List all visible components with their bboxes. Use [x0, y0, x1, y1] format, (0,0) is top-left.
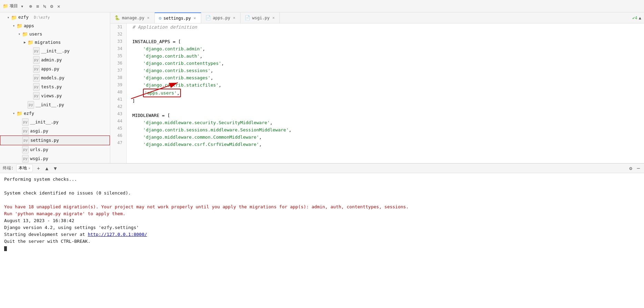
chevron-down-icon: ▾ [11, 110, 17, 117]
code-line-31: # Application definition [132, 23, 644, 31]
toolbar-sort-icon[interactable]: ≒ [42, 3, 47, 10]
sidebar-item-settings-py[interactable]: py settings.py [0, 136, 110, 145]
sidebar-item-wsgi-py[interactable]: py wsgi.py [0, 154, 110, 163]
tab-apps-label: apps.py [213, 16, 231, 20]
sidebar-item-admin-py[interactable]: py admin.py [0, 56, 110, 64]
py-file-icon: py [33, 74, 40, 82]
sidebar-item-ezfy-folder[interactable]: ▾ 📁 ezfy [0, 109, 110, 118]
terminal-minimize-icon[interactable]: ─ [636, 165, 641, 172]
chevron-down-icon: ▾ [11, 22, 17, 29]
sidebar-item-models-py[interactable]: py models.py [0, 73, 110, 82]
tab-apps-close[interactable]: ✕ [232, 16, 236, 20]
settings-file-icon: ⚙ [159, 16, 162, 21]
terminal-line-4 [4, 197, 640, 203]
code-line-42 [132, 105, 644, 112]
code-content[interactable]: 31 32 33 34 35 36 37 38 39 40 41 42 43 4… [110, 23, 644, 163]
sidebar-item-asgi-py[interactable]: py asgi.py [0, 127, 110, 136]
sidebar-views-label: views.py [41, 92, 110, 99]
toolbar-actions: ⊕ ≡ ≒ ⚙ ✕ [28, 3, 61, 10]
toolbar-settings-icon[interactable]: ⚙ [49, 3, 54, 10]
tab-wsgi[interactable]: 📄 wsgi.py ✕ [241, 12, 280, 23]
sidebar-item-tests-py[interactable]: py tests.py [0, 82, 110, 91]
tab-manage[interactable]: 🐍 manage.py ✕ [110, 12, 155, 23]
terminal-label: 终端: [3, 165, 13, 171]
tab-apps[interactable]: 📄 apps.py ✕ [201, 12, 241, 23]
py-file-icon: py [33, 65, 40, 73]
sidebar-tests-label: tests.py [41, 83, 110, 90]
tab-settings-label: settings.py [163, 16, 191, 21]
sidebar-item-init-py-users[interactable]: py __init__.py [0, 47, 110, 56]
sidebar-settings-label: settings.py [30, 137, 110, 144]
collapse-icon[interactable]: ▲ [639, 16, 641, 20]
toolbar-add-icon[interactable]: ⊕ [28, 3, 33, 10]
terminal-down-icon[interactable]: ▼ [52, 165, 58, 172]
code-line-33: INSTALLED_APPS = [ [132, 38, 644, 45]
folder-icon: 📁 [11, 14, 17, 21]
terminal-tab-close-icon[interactable]: ✕ [28, 166, 30, 170]
sidebar-item-urls-py[interactable]: py urls.py [0, 145, 110, 154]
terminal-up-icon[interactable]: ▲ [44, 165, 50, 172]
terminal-add-icon[interactable]: + [35, 165, 41, 172]
tab-wsgi-close[interactable]: ✕ [272, 16, 275, 20]
code-line-45: 'django.contrib.sessions.middleware.Sess… [132, 126, 644, 133]
py-file-icon: py [33, 56, 40, 64]
py-file-icon: py [22, 118, 29, 126]
sidebar-item-apps-folder[interactable]: ▾ 📁 apps [0, 22, 110, 30]
editor-wrapper: 31 32 33 34 35 36 37 38 39 40 41 42 43 4… [110, 23, 644, 163]
sidebar-init-apps-label: __init__.py [35, 101, 110, 108]
toolbar-close-icon[interactable]: ✕ [56, 3, 61, 10]
sidebar-wsgi-label: wsgi.py [30, 155, 110, 162]
terminal-cursor [4, 246, 7, 251]
terminal-tabs: 终端: 本地 ✕ + ▲ ▼ ⚙ ─ [0, 163, 644, 173]
code-line-41: ] [132, 97, 644, 105]
sidebar-item-root-ezfy[interactable]: ▾ 📁 ezfy D:\ezfy [0, 13, 110, 22]
sidebar-item-users-folder[interactable]: ▾ 📁 users [0, 30, 110, 38]
tab-settings-close[interactable]: ✕ [193, 16, 197, 20]
terminal-line-5: August 13, 2023 - 16:38:42 [4, 217, 640, 224]
terminal-settings-icon[interactable]: ⚙ [628, 165, 633, 172]
code-line-34: 'django.contrib.admin', [132, 45, 644, 52]
apps-file-icon: 📄 [205, 15, 211, 20]
sidebar-ezfy-folder-label: ezfy [24, 110, 110, 117]
folder-icon: 📁 [17, 22, 22, 29]
toolbar-project-label: 项目 [10, 3, 18, 9]
code-lines: # Application definition INSTALLED_APPS … [127, 23, 644, 163]
code-line-37: 'django.contrib.sessions', [132, 67, 644, 74]
toolbar-list-icon[interactable]: ≡ [35, 3, 40, 10]
sidebar-migrations-label: migrations [35, 39, 110, 46]
code-line-38: 'django.contrib.messages', [132, 74, 644, 81]
py-file-icon: py [33, 83, 40, 91]
sidebar-users-label: users [29, 31, 110, 38]
toolbar-dropdown-icon[interactable]: ▾ [19, 3, 25, 10]
py-file-icon: py [33, 92, 40, 100]
code-line-35: 'django.contrib.auth', [132, 52, 644, 60]
terminal-controls: ⚙ ─ [628, 165, 641, 172]
sidebar-item-init-py-apps[interactable]: py __init__.py [0, 100, 110, 109]
code-line-47: 'django.middleware.csrf.CsrfViewMiddlewa… [132, 141, 644, 148]
tab-settings[interactable]: ⚙ settings.py ✕ [155, 12, 201, 23]
sidebar-item-migrations-folder[interactable]: ▶ 📁 migrations [0, 38, 110, 47]
py-file-icon: py [22, 146, 29, 153]
chevron-down-icon: ▾ [6, 14, 11, 21]
sidebar-item-apps-py[interactable]: py apps.py [0, 64, 110, 73]
terminal-content[interactable]: Performing system checks... System check… [0, 173, 644, 308]
sidebar-apps-label: apps [24, 22, 110, 29]
code-line-32 [132, 31, 644, 38]
sidebar-item-init-py-ezfy[interactable]: py __init__.py [0, 118, 110, 127]
tab-wsgi-label: wsgi.py [252, 16, 270, 20]
terminal-tab-local[interactable]: 本地 ✕ [16, 164, 33, 172]
tabs-bar: 🐍 manage.py ✕ ⚙ settings.py ✕ 📄 apps.py … [110, 12, 644, 23]
folder-icon: 📁 [3, 3, 8, 9]
terminal-server-link[interactable]: http://127.0.0.1:8000/ [88, 232, 147, 237]
top-toolbar: 📁 项目 ▾ ⊕ ≡ ≒ ⚙ ✕ [0, 0, 644, 12]
py-file-icon: py [22, 137, 29, 144]
tab-manage-close[interactable]: ✕ [146, 16, 150, 20]
code-line-39: 'django.contrib.staticfiles', [132, 81, 644, 89]
sidebar-init-ezfy-label: __init__.py [30, 119, 110, 126]
folder-icon: 📁 [28, 39, 33, 46]
manage-file-icon: 🐍 [114, 15, 120, 20]
py-file-icon: py [22, 127, 29, 135]
sidebar-urls-label: urls.py [30, 146, 110, 153]
sidebar-item-views-py[interactable]: py views.py [0, 91, 110, 100]
chevron-right-icon: ▶ [22, 39, 28, 46]
